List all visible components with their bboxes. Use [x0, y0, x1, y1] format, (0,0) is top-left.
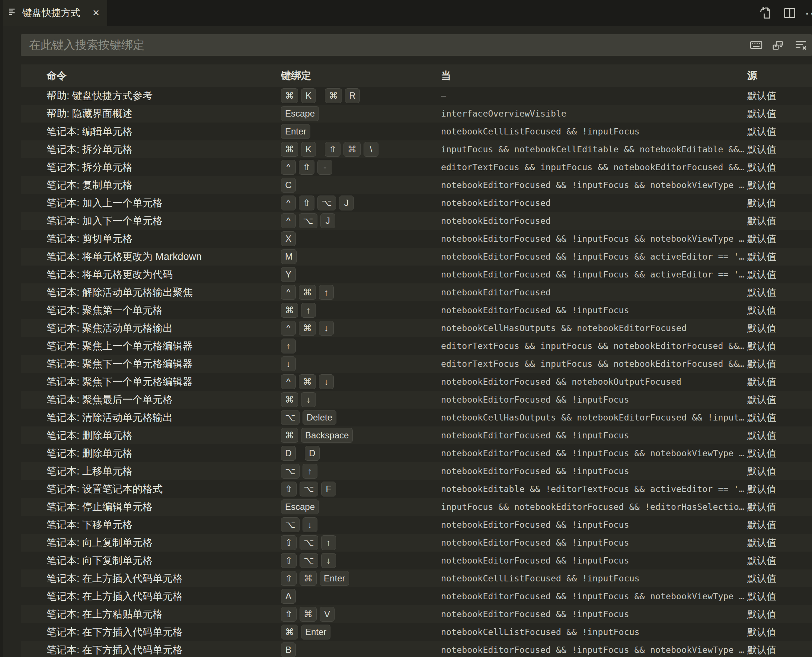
table-row[interactable]: 笔记本: 在下方插入代码单元格⌘EnternotebookCellListFoc…	[21, 623, 812, 641]
key-chip: Enter	[281, 124, 311, 139]
table-row[interactable]: 笔记本: 聚焦上一个单元格编辑器↑editorTextFocus && inpu…	[21, 337, 812, 355]
key-chip: Delete	[303, 410, 336, 425]
source-cell: 默认值	[747, 179, 812, 192]
source-cell: 默认值	[747, 161, 812, 174]
keybinding-cell: ^⌘↓	[281, 321, 441, 336]
table-row[interactable]: 笔记本: 清除活动单元格输出⌥DeletenotebookCellHasOutp…	[21, 409, 812, 427]
table-row[interactable]: 笔记本: 聚焦下一个单元格编辑器^⌘↓notebookEditorFocused…	[21, 373, 812, 391]
table-row[interactable]: 笔记本: 在上方粘贴单元格⇧⌘VnotebookEditorFocused &&…	[21, 605, 812, 623]
key-chip: ⇧	[299, 196, 314, 210]
key-chord: ⌘R	[325, 88, 360, 103]
table-row[interactable]: 笔记本: 加入下一个单元格^⌥JnotebookEditorFocused默认值	[21, 212, 812, 230]
keybinding-cell: ⌥↓	[281, 517, 441, 532]
key-chord: ⌘K	[281, 142, 316, 157]
table-body: 帮助: 键盘快捷方式参考⌘K⌘R—默认值帮助: 隐藏界面概述Escapeinte…	[21, 87, 812, 657]
table-row[interactable]: 笔记本: 聚焦第一个单元格⌘↑notebookEditorFocused && …	[21, 301, 812, 319]
table-row[interactable]: 笔记本: 向下复制单元格⇧⌥↓notebookEditorFocused && …	[21, 551, 812, 570]
search-input[interactable]	[28, 38, 745, 52]
table-row[interactable]: 笔记本: 在上方插入代码单元格⇧⌘EnternotebookCellListFo…	[21, 570, 812, 587]
table-row[interactable]: 笔记本: 聚焦最后一个单元格⌘↓notebookEditorFocused &&…	[21, 391, 812, 409]
sort-by-precedence-icon[interactable]	[772, 38, 785, 52]
keybinding-cell: ⌘K⌘R	[281, 88, 441, 103]
open-keybindings-json-button[interactable]	[759, 6, 773, 20]
when-cell: editorTextFocus && inputFocus && noteboo…	[441, 341, 747, 351]
key-chord: ↓	[281, 357, 296, 371]
table-row[interactable]: 笔记本: 停止编辑单元格EscapeinputFocus && notebook…	[21, 498, 812, 516]
table-row[interactable]: 笔记本: 拆分单元格^⇧-editorTextFocus && inputFoc…	[21, 158, 812, 176]
when-cell: notebookEditorFocused && !inputFocus && …	[441, 270, 747, 279]
search-actions	[750, 38, 807, 52]
keybinding-cell: ⇧⌥↓	[281, 553, 441, 568]
when-cell: notebookEditorFocused && !inputFocus	[441, 520, 747, 529]
clear-keybindings-search-icon[interactable]	[794, 38, 807, 52]
when-cell: notebookCellHasOutputs && notebookEditor…	[441, 413, 747, 422]
table-row[interactable]: 笔记本: 在上方插入代码单元格AnotebookEditorFocused &&…	[21, 587, 812, 605]
table-row[interactable]: 笔记本: 拆分单元格⌘K⇧⌘\inputFocus && notebookCel…	[21, 140, 812, 158]
when-cell: interfaceOverviewVisible	[441, 109, 747, 118]
table-row[interactable]: 笔记本: 删除单元格⌘BackspacenotebookEditorFocuse…	[21, 427, 812, 444]
when-cell: notebookEditorFocused && !inputFocus && …	[441, 448, 747, 458]
key-chip: Enter	[320, 571, 349, 586]
table-row[interactable]: 笔记本: 将单元格更改为代码YnotebookEditorFocused && …	[21, 266, 812, 283]
key-chord: ⇧⌘\	[325, 142, 379, 157]
when-cell: editorTextFocus && inputFocus && noteboo…	[441, 162, 747, 172]
command-cell: 笔记本: 加入上一个单元格	[47, 196, 281, 210]
key-chord: ^⌘↓	[281, 321, 334, 336]
when-cell: notebookEditorFocused && !inputFocus	[441, 538, 747, 548]
table-row[interactable]: 笔记本: 聚焦活动单元格输出^⌘↓notebookCellHasOutputs …	[21, 319, 812, 337]
keybinding-cell: ⇧⌥↑	[281, 535, 441, 550]
command-cell: 笔记本: 拆分单元格	[47, 143, 281, 156]
keybinding-cell: ⇧⌥F	[281, 481, 441, 497]
key-chord: ⌥↓	[281, 517, 317, 532]
source-cell: 默认值	[747, 197, 812, 210]
table-row[interactable]: 笔记本: 在下方插入代码单元格BnotebookEditorFocused &&…	[21, 641, 812, 657]
table-row[interactable]: 笔记本: 向上复制单元格⇧⌥↑notebookEditorFocused && …	[21, 534, 812, 551]
when-cell: notebookEditorFocused && !inputFocus && …	[441, 645, 747, 655]
table-row[interactable]: 笔记本: 加入上一个单元格^⇧⌥JnotebookEditorFocused默认…	[21, 194, 812, 212]
key-chip: K	[301, 88, 316, 103]
table-row[interactable]: 笔记本: 上移单元格⌥↑notebookEditorFocused && !in…	[21, 462, 812, 480]
command-cell: 笔记本: 编辑单元格	[47, 125, 281, 138]
command-cell: 笔记本: 加入下一个单元格	[47, 214, 281, 227]
key-chip: ⌘	[281, 142, 298, 157]
close-tab-icon[interactable]: ✕	[92, 9, 100, 17]
key-chord: ⇧⌥↑	[281, 535, 336, 550]
key-chord: Enter	[281, 124, 311, 139]
keybinding-cell: ⇧⌘Enter	[281, 571, 441, 586]
source-cell: 默认值	[747, 250, 812, 263]
table-row[interactable]: 笔记本: 剪切单元格XnotebookEditorFocused && !inp…	[21, 230, 812, 248]
when-cell: notebookCellHasOutputs && notebookEditor…	[441, 323, 747, 333]
table-row[interactable]: 笔记本: 解除活动单元格输出聚焦^⌘↑notebookEditorFocused…	[21, 283, 812, 301]
source-cell: 默认值	[747, 107, 812, 120]
table-row[interactable]: 笔记本: 将单元格更改为 MarkdownMnotebookEditorFocu…	[21, 248, 812, 266]
keybinding-cell: ⌥Delete	[281, 410, 441, 425]
table-row[interactable]: 笔记本: 删除单元格DDnotebookEditorFocused && !in…	[21, 444, 812, 462]
table-row[interactable]: 笔记本: 下移单元格⌥↓notebookEditorFocused && !in…	[21, 516, 812, 534]
more-actions-button[interactable]: ⋯	[804, 6, 812, 20]
table-row[interactable]: 帮助: 键盘快捷方式参考⌘K⌘R—默认值	[21, 87, 812, 105]
table-row[interactable]: 帮助: 隐藏界面概述EscapeinterfaceOverviewVisible…	[21, 105, 812, 123]
source-cell: 默认值	[747, 465, 812, 478]
source-cell: 默认值	[747, 89, 812, 103]
table-row[interactable]: 笔记本: 设置笔记本的格式⇧⌥FnotebookEditable && !edi…	[21, 480, 812, 498]
tab-keyboard-shortcuts[interactable]: 键盘快捷方式 ✕	[0, 0, 107, 26]
key-chord: ^⇧-	[281, 160, 332, 175]
key-chip: F	[321, 481, 336, 497]
keybinding-cell: Escape	[281, 500, 441, 514]
keybinding-cell: X	[281, 231, 441, 246]
table-row[interactable]: 笔记本: 聚焦下一个单元格编辑器↓editorTextFocus && inpu…	[21, 355, 812, 373]
table-row[interactable]: 笔记本: 编辑单元格EnternotebookCellListFocused &…	[21, 123, 812, 140]
split-editor-button[interactable]	[783, 6, 796, 20]
command-cell: 笔记本: 将单元格更改为 Markdown	[47, 250, 281, 263]
table-row[interactable]: 笔记本: 复制单元格CnotebookEditorFocused && !inp…	[21, 176, 812, 194]
command-cell: 笔记本: 清除活动单元格输出	[47, 411, 281, 424]
key-chip: ^	[281, 196, 296, 210]
record-keys-icon[interactable]	[750, 38, 763, 52]
key-chip: ⇧	[299, 160, 314, 175]
source-cell: 默认值	[747, 626, 812, 639]
key-chip: ⌥	[300, 481, 318, 497]
when-cell: notebookEditorFocused && !inputFocus && …	[441, 234, 747, 244]
keybinding-cell: C	[281, 177, 441, 193]
command-cell: 笔记本: 在上方插入代码单元格	[47, 590, 281, 603]
command-cell: 笔记本: 复制单元格	[47, 178, 281, 192]
